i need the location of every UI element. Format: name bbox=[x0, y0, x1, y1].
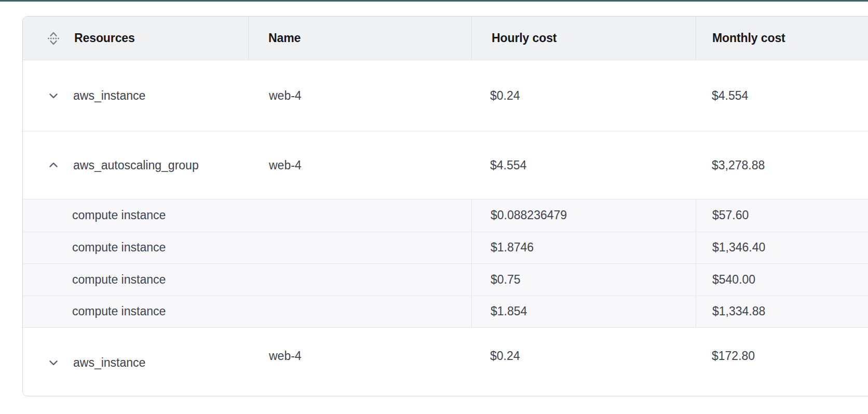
name-value: web-4 bbox=[269, 158, 302, 172]
subresource-hourly-cell: $0.088236479 bbox=[471, 199, 696, 232]
subresource-monthly-value: $1,334.88 bbox=[712, 304, 765, 318]
chevron-down-icon[interactable] bbox=[46, 355, 61, 370]
subresource-name: compute instance bbox=[72, 208, 166, 222]
monthly-cost-cell: $4.554 bbox=[696, 60, 868, 131]
header-label-name: Name bbox=[268, 31, 301, 45]
cost-table-card: Resources Name Hourly cost Monthly cost … bbox=[22, 16, 868, 396]
name-cell: web-4 bbox=[248, 131, 471, 199]
subresource-row: compute instance $1.854 $1,334.88 bbox=[23, 296, 868, 328]
column-header-resources[interactable]: Resources bbox=[23, 17, 248, 60]
name-value: web-4 bbox=[269, 89, 302, 103]
name-cell: web-4 bbox=[248, 60, 471, 131]
subresource-hourly-value: $0.088236479 bbox=[491, 208, 567, 222]
chevron-up-icon[interactable] bbox=[46, 158, 61, 172]
subresource-monthly-cell: $1,346.40 bbox=[696, 232, 868, 264]
top-accent-bar bbox=[0, 0, 868, 2]
name-cell: web-4 bbox=[248, 328, 471, 396]
hourly-cost-cell: $0.24 bbox=[471, 328, 696, 396]
subresource-hourly-cell: $0.75 bbox=[471, 264, 696, 296]
subresource-name: compute instance bbox=[72, 304, 166, 318]
resource-name: aws_autoscaling_group bbox=[73, 158, 199, 172]
hourly-cost-value: $0.24 bbox=[490, 349, 520, 363]
drag-sort-handle-icon[interactable] bbox=[45, 28, 62, 49]
table-row[interactable]: aws_instance web-4 $0.24 $172.80 bbox=[23, 328, 868, 396]
monthly-cost-value: $3,278.88 bbox=[712, 158, 765, 172]
subresource-monthly-value: $1,346.40 bbox=[712, 241, 765, 255]
subresource-name: compute instance bbox=[72, 273, 166, 287]
hourly-cost-value: $0.24 bbox=[490, 89, 520, 103]
chevron-down-icon[interactable] bbox=[46, 88, 61, 103]
header-label-resources: Resources bbox=[74, 31, 135, 45]
monthly-cost-value: $172.80 bbox=[712, 349, 755, 363]
subresource-hourly-value: $1.854 bbox=[491, 304, 527, 318]
resource-cell: aws_instance bbox=[23, 60, 248, 131]
subresource-monthly-value: $57.60 bbox=[712, 208, 749, 222]
subresource-name-cell: compute instance bbox=[23, 264, 471, 296]
resource-name: aws_instance bbox=[73, 356, 145, 370]
subresource-monthly-cell: $1,334.88 bbox=[696, 296, 868, 328]
resource-cell: aws_autoscaling_group bbox=[23, 131, 248, 199]
table-row[interactable]: aws_instance web-4 $0.24 $4.554 bbox=[23, 60, 868, 131]
header-label-hourly-cost: Hourly cost bbox=[492, 31, 557, 45]
column-header-monthly-cost[interactable]: Monthly cost bbox=[696, 17, 868, 60]
subresource-row: compute instance $0.75 $540.00 bbox=[23, 263, 868, 296]
column-header-name[interactable]: Name bbox=[248, 17, 471, 60]
subresource-hourly-value: $1.8746 bbox=[491, 241, 534, 255]
subresource-hourly-value: $0.75 bbox=[491, 273, 521, 287]
subresource-hourly-cell: $1.854 bbox=[471, 296, 696, 328]
table-row[interactable]: aws_autoscaling_group web-4 $4.554 $3,27… bbox=[23, 131, 868, 199]
name-value: web-4 bbox=[269, 349, 302, 363]
resource-name: aws_instance bbox=[73, 89, 145, 103]
subresource-name-cell: compute instance bbox=[23, 232, 471, 264]
subresource-monthly-value: $540.00 bbox=[712, 273, 755, 287]
monthly-cost-value: $4.554 bbox=[712, 89, 748, 103]
subresource-name-cell: compute instance bbox=[23, 296, 471, 328]
monthly-cost-cell: $3,278.88 bbox=[696, 131, 868, 199]
subresource-monthly-cell: $57.60 bbox=[696, 199, 868, 232]
table-header-row: Resources Name Hourly cost Monthly cost bbox=[23, 17, 868, 60]
resource-cell: aws_instance bbox=[23, 328, 248, 396]
expanded-subresources: compute instance $0.088236479 $57.60 com… bbox=[23, 199, 868, 328]
subresource-monthly-cell: $540.00 bbox=[696, 264, 868, 296]
column-header-hourly-cost[interactable]: Hourly cost bbox=[471, 17, 696, 60]
subresource-name-cell: compute instance bbox=[23, 199, 471, 232]
subresource-hourly-cell: $1.8746 bbox=[471, 232, 696, 264]
subresource-name: compute instance bbox=[72, 241, 166, 255]
hourly-cost-value: $4.554 bbox=[490, 158, 526, 172]
header-label-monthly-cost: Monthly cost bbox=[712, 31, 785, 45]
hourly-cost-cell: $0.24 bbox=[471, 60, 696, 131]
subresource-row: compute instance $0.088236479 $57.60 bbox=[23, 199, 868, 232]
monthly-cost-cell: $172.80 bbox=[696, 328, 868, 396]
hourly-cost-cell: $4.554 bbox=[471, 131, 696, 199]
subresource-row: compute instance $1.8746 $1,346.40 bbox=[23, 232, 868, 264]
